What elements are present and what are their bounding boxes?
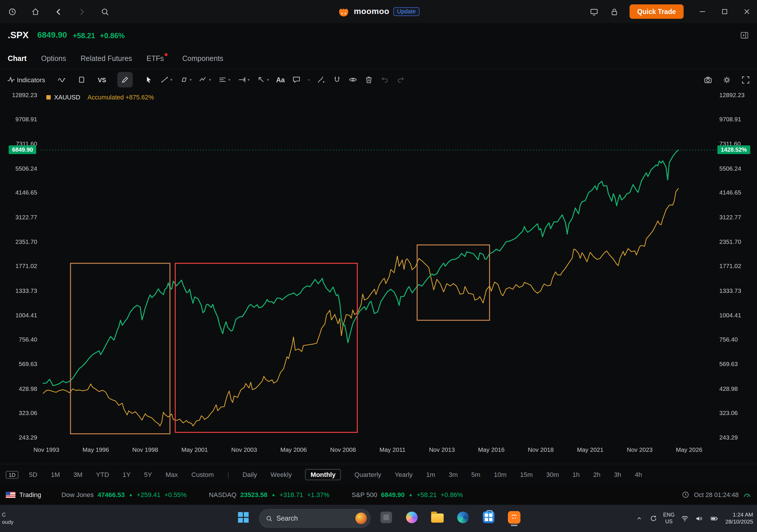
maximize-button[interactable] [719,6,730,17]
timeframe-30m[interactable]: 30m [546,471,559,478]
visibility-eye-button[interactable] [348,75,357,84]
trendline-tool-button[interactable]: ▾ [160,75,172,84]
lines-tool-button[interactable]: ▾ [218,75,230,84]
taskbar-clock[interactable]: 1:24 AM 28/10/2025 [725,511,753,526]
signature-tool-button[interactable] [317,75,325,84]
delete-drawings-button[interactable] [364,75,373,84]
collapse-panel-icon[interactable] [740,30,749,40]
timeframe-yearly[interactable]: Yearly [395,471,412,478]
search-daily-image[interactable] [355,513,367,524]
draw-pencil-button[interactable] [117,72,133,87]
timeframe-monthly[interactable]: Monthly [305,469,341,480]
chevron-down-icon[interactable]: ▾ [228,78,230,82]
tab-options[interactable]: Options [41,54,66,62]
screen-cast-icon[interactable] [589,6,599,17]
index-nasdaq[interactable]: NASDAQ23523.58▲+318.71+1.37% [209,491,329,498]
x-axis-label: Nov 1998 [124,446,167,453]
timeframe-daily[interactable]: Daily [243,471,257,478]
price-line-tool-button[interactable]: ▾ [238,75,250,84]
timeframe-1y[interactable]: 1Y [122,471,130,478]
timeframe-10m[interactable]: 10m [494,471,507,478]
chevron-down-icon[interactable]: ▾ [170,78,172,82]
battery-icon[interactable] [710,514,719,522]
redo-button[interactable] [396,75,405,84]
timeframe-1m[interactable]: 1m [426,471,435,478]
taskbar-file-explorer-icon[interactable] [428,512,447,525]
taskbar-moomoo-icon[interactable] [504,511,524,526]
timeframe-ytd[interactable]: YTD [96,471,109,478]
taskbar-edge-icon[interactable] [453,512,472,526]
timeframe-3m[interactable]: 3M [74,471,82,478]
weather-widget[interactable]: C oudy [2,511,14,526]
timeframe-max[interactable]: Max [166,471,178,478]
chart-style-line-icon[interactable] [57,75,66,84]
search-icon[interactable] [99,6,110,17]
network-speed-icon[interactable] [743,491,751,498]
tab-etfs[interactable]: ETFs [147,54,168,62]
y-axis-label: 12892.23 [719,92,744,98]
chart-settings-gear-button[interactable] [722,75,731,84]
tray-sync-icon[interactable] [649,515,657,522]
timeframe-5d[interactable]: 5D [29,471,37,478]
taskbar-pinned-app-icon[interactable] [376,512,396,526]
home-icon[interactable] [30,6,41,17]
timeframe-weekly[interactable]: Weekly [270,471,292,478]
tab-components[interactable]: Components [182,54,223,62]
forward-icon[interactable] [76,6,87,17]
drawing-rect-1[interactable] [71,264,170,434]
lock-icon[interactable] [609,6,620,17]
close-button[interactable] [742,6,752,17]
chart-area[interactable]: XAUUSD Accumulated +875.62% 12892.239708… [0,90,757,464]
update-badge[interactable]: Update [393,7,420,16]
timeframe-1h[interactable]: 1h [572,471,580,478]
quick-trade-button[interactable]: Quick Trade [629,4,683,19]
taskbar-search-box[interactable]: Search [259,509,370,528]
fullscreen-button[interactable] [741,75,750,84]
compare-vs-button[interactable]: VS [98,76,106,83]
timeframe-2h[interactable]: 2h [593,471,600,478]
timeframe-custom[interactable]: Custom [192,471,214,478]
drawing-rect-2[interactable] [175,264,357,432]
taskbar-store-icon[interactable] [479,512,498,526]
timeframe-5m[interactable]: 5m [471,471,480,478]
cursor-tool-button[interactable] [144,75,153,84]
timeframe-1d-chip[interactable]: 1D [6,471,18,479]
timeframe-3m[interactable]: 3m [449,471,458,478]
timeframe-quarterly[interactable]: Quarterly [354,471,381,478]
start-button[interactable] [233,512,253,525]
undo-button[interactable] [380,75,389,84]
chevron-down-icon[interactable]: ▾ [209,78,211,82]
wave-pattern-tool-button[interactable]: ▾ [199,75,211,84]
chevron-down-icon[interactable]: ▾ [248,78,250,82]
timeframe-4h[interactable]: 4h [635,471,642,478]
magnet-tool-button[interactable] [333,75,341,84]
history-icon[interactable] [7,6,17,17]
price-chart-canvas[interactable] [0,90,757,464]
volume-icon[interactable] [695,514,704,522]
taskbar-copilot-icon[interactable] [402,512,421,526]
chevron-down-icon[interactable]: ▾ [190,78,192,82]
timeframe-15m[interactable]: 15m [520,471,533,478]
arrow-tool-button[interactable]: ▾ [257,75,269,84]
chart-style-candle-icon[interactable] [77,75,86,84]
timeframe-3h[interactable]: 3h [614,471,621,478]
chevron-down-icon[interactable]: ▾ [267,78,269,82]
indicators-button[interactable]: Indicators [7,75,45,84]
minimize-button[interactable] [697,6,708,17]
compare-legend[interactable]: XAUUSD Accumulated +875.62% [46,94,154,101]
index-value: 47466.53 [98,491,125,498]
shape-tool-button[interactable]: ▾ [180,75,192,84]
tab-related-futures[interactable]: Related Futures [80,54,132,62]
tray-chevron-up-icon[interactable] [635,515,643,522]
wifi-icon[interactable] [681,514,689,522]
text-tool-button[interactable]: Aa [276,76,285,84]
back-icon[interactable] [53,6,64,17]
index-s-p-500[interactable]: S&P 5006849.90▲+58.21+0.86% [351,491,463,498]
index-dow-jones[interactable]: Dow Jones47466.53▲+259.41+0.55% [62,491,187,498]
comment-tool-button[interactable] [292,75,301,84]
language-switcher[interactable]: ENG US [663,512,675,525]
snapshot-camera-button[interactable] [703,75,712,84]
timeframe-5y[interactable]: 5Y [144,471,152,478]
timeframe-1m[interactable]: 1M [51,471,60,478]
tab-chart[interactable]: Chart [8,54,27,62]
